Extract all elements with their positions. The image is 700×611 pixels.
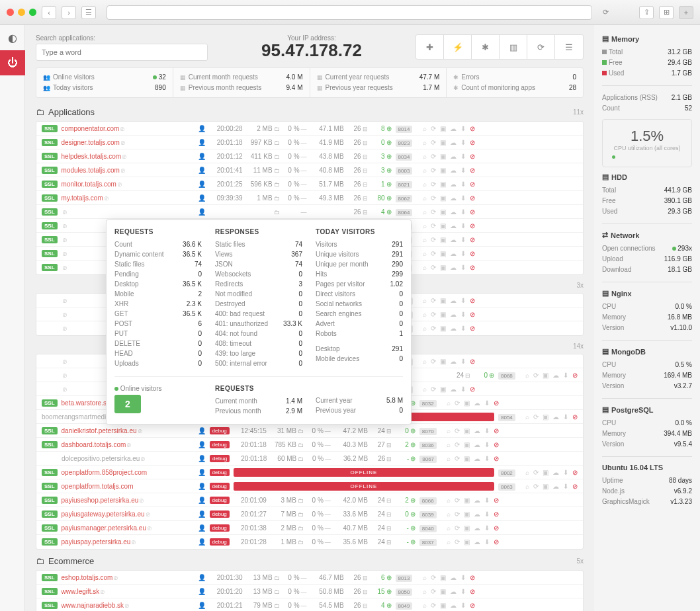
search-icon[interactable]: ⌕ [423, 311, 427, 318]
download-icon[interactable]: ⬇ [460, 236, 466, 243]
dashboard-icon[interactable]: ◐ [0, 25, 25, 50]
stop-icon[interactable]: ⊘ [494, 497, 499, 504]
search-icon[interactable]: ⌕ [423, 325, 427, 332]
terminal-icon[interactable]: ▣ [440, 139, 446, 146]
download-icon[interactable]: ⬇ [460, 386, 466, 393]
refresh-icon[interactable]: ⟳ [455, 524, 460, 532]
search-icon[interactable]: ⌕ [423, 194, 427, 202]
terminal-icon[interactable]: ▣ [464, 510, 470, 518]
app-row[interactable]: SSL modules.totaljs.com⎚ 👤 20:01:41 11 M… [36, 163, 583, 177]
refresh-icon[interactable]: ⟳ [431, 264, 436, 271]
download-icon[interactable]: ⬇ [460, 574, 466, 581]
cloud-icon[interactable]: ☁ [552, 483, 559, 490]
user-icon[interactable]: 👤 [198, 153, 206, 160]
stop-icon[interactable]: ⊘ [470, 167, 475, 174]
search-input[interactable] [36, 44, 208, 61]
app-name[interactable]: openplatform.totaljs.com [62, 483, 194, 490]
app-row[interactable]: SSL openplatform.totaljs.com 👤 debug OFF… [36, 479, 583, 493]
download-icon[interactable]: ⬇ [460, 311, 466, 318]
download-icon[interactable]: ⬇ [460, 358, 466, 365]
search-icon[interactable]: ⌕ [423, 264, 427, 271]
search-icon[interactable]: ⌕ [423, 574, 427, 581]
app-name[interactable]: modules.totaljs.com⎚ [62, 167, 194, 174]
close-window[interactable] [7, 9, 14, 16]
search-icon[interactable]: ⌕ [423, 236, 427, 243]
terminal-icon[interactable]: ▣ [543, 483, 548, 490]
cloud-icon[interactable]: ☁ [474, 427, 480, 434]
cloud-icon[interactable]: ☁ [450, 139, 457, 146]
stop-icon[interactable]: ⊘ [572, 372, 578, 379]
app-row[interactable]: SSL ⎚ 👤 🗀 — 26⊟ 4⊕ 8064 ⌕ ⟳ ▣ ☁ ⬇ ⊘ [36, 205, 583, 219]
stop-icon[interactable]: ⊘ [494, 399, 499, 407]
power-icon[interactable]: ⏻ [0, 50, 25, 75]
app-name[interactable]: dolcepositivo.petersirka.eu⎚ [62, 455, 194, 462]
app-name[interactable]: payiuseshop.petersirka.eu⎚ [62, 497, 194, 504]
app-row[interactable]: SSL payiusmanager.petersirka.eu⎚ 👤 debug… [36, 521, 583, 535]
terminal-icon[interactable]: ▣ [440, 358, 446, 365]
terminal-icon[interactable]: ▣ [464, 497, 470, 504]
user-icon[interactable]: 👤 [198, 574, 206, 581]
terminal-icon[interactable]: ▣ [440, 386, 446, 393]
stop-icon[interactable]: ⊘ [470, 250, 475, 257]
refresh-icon[interactable]: ⟳ [431, 194, 436, 202]
search-icon[interactable]: ⌕ [447, 427, 451, 434]
app-name[interactable]: payiusmanager.petersirka.eu⎚ [62, 524, 194, 532]
app-name[interactable]: openplatform.858project.com [62, 469, 194, 476]
user-icon[interactable]: 👤 [198, 538, 206, 546]
download-icon[interactable]: ⬇ [484, 455, 490, 462]
cloud-icon[interactable]: ☁ [450, 194, 457, 202]
app-name[interactable]: www.najnaradiebb.sk⎚ [62, 602, 194, 609]
user-icon[interactable]: 👤 [198, 181, 206, 188]
search-icon[interactable]: ⌕ [525, 372, 529, 379]
refresh-icon[interactable]: ⟳ [431, 386, 436, 393]
refresh-icon[interactable]: ⟳ [533, 413, 539, 421]
search-icon[interactable]: ⌕ [423, 588, 427, 595]
app-name[interactable]: www.legift.sk⎚ [62, 588, 194, 595]
download-icon[interactable]: ⬇ [484, 510, 490, 518]
cloud-icon[interactable]: ☁ [450, 325, 457, 332]
user-icon[interactable]: 👤 [198, 208, 206, 216]
app-row[interactable]: dolcepositivo.petersirka.eu⎚ 👤 debug 20:… [36, 452, 583, 466]
user-icon[interactable]: 👤 [198, 194, 206, 202]
stop-icon[interactable]: ⊘ [494, 524, 499, 532]
download-icon[interactable]: ⬇ [460, 208, 466, 216]
stop-icon[interactable]: ⊘ [494, 538, 499, 546]
cloud-icon[interactable]: ☁ [450, 574, 457, 581]
cloud-icon[interactable]: ☁ [450, 208, 457, 216]
cloud-icon[interactable]: ☁ [450, 386, 457, 393]
app-row[interactable]: SSL componentator.com⎚ 👤 20:00:28 2 MB🗀 … [36, 122, 583, 136]
stop-icon[interactable]: ⊘ [470, 181, 475, 188]
download-icon[interactable]: ⬇ [460, 125, 466, 132]
app-row[interactable]: SSL designer.totaljs.com⎚ 👤 20:01:18 997… [36, 136, 583, 149]
refresh-icon[interactable]: ⟳ [455, 538, 460, 546]
terminal-icon[interactable]: ▣ [440, 153, 446, 160]
app-name[interactable]: dashboard.totaljs.com⎚ [62, 441, 194, 448]
cloud-icon[interactable]: ☁ [450, 181, 457, 188]
refresh-icon[interactable]: ⟳ [533, 469, 539, 476]
refresh-icon[interactable]: ⟳ [431, 222, 436, 229]
user-icon[interactable]: 👤 [198, 588, 206, 595]
terminal-icon[interactable]: ▣ [440, 222, 446, 229]
user-icon[interactable]: 👤 [198, 524, 206, 532]
stop-icon[interactable]: ⊘ [470, 208, 475, 216]
refresh-icon[interactable]: ⟳ [431, 181, 436, 188]
stop-icon[interactable]: ⊘ [470, 297, 475, 304]
search-icon[interactable]: ⌕ [423, 222, 427, 229]
cloud-icon[interactable]: ☁ [552, 413, 559, 421]
stop-icon[interactable]: ⊘ [470, 139, 475, 146]
terminal-icon[interactable]: ▣ [440, 264, 446, 271]
download-icon[interactable]: ⬇ [563, 469, 568, 476]
app-row[interactable]: SSL helpdesk.totaljs.com⎚ 👤 20:01:12 411… [36, 149, 583, 163]
cloud-icon[interactable]: ☁ [450, 153, 457, 160]
app-row[interactable]: SSL monitor.totaljs.com⎚ 👤 20:01:25 596 … [36, 177, 583, 191]
search-icon[interactable]: ⌕ [423, 208, 427, 216]
chart-button[interactable]: ▥ [500, 35, 527, 59]
stop-icon[interactable]: ⊘ [470, 386, 475, 393]
terminal-icon[interactable]: ▣ [440, 602, 446, 609]
terminal-icon[interactable]: ▣ [440, 208, 446, 216]
stop-icon[interactable]: ⊘ [470, 153, 475, 160]
terminal-icon[interactable]: ▣ [440, 574, 446, 581]
search-icon[interactable]: ⌕ [525, 413, 529, 421]
app-row[interactable]: SSL eshop.totaljs.com⎚ 👤 20:01:30 13 MB🗀… [36, 571, 583, 585]
section-ecommerce[interactable]: 🗀 Ecommerce 5x [36, 556, 584, 566]
